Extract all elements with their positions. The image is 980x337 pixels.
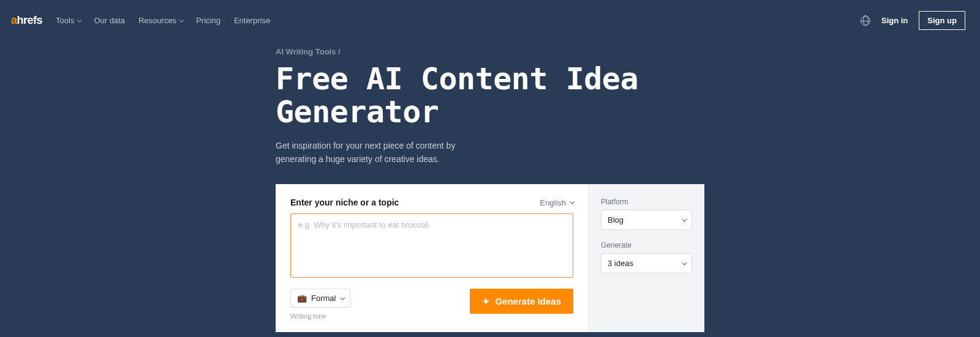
generate-count-select[interactable]: 3 ideas xyxy=(601,253,692,273)
generate-count-value: 3 ideas xyxy=(608,259,633,268)
nav-pricing[interactable]: Pricing xyxy=(196,16,221,25)
actions-row: 💼 Formal Writing tone ✦ Generate Ideas xyxy=(290,289,573,320)
tone-wrap: 💼 Formal Writing tone xyxy=(290,289,350,320)
tone-caption: Writing tone xyxy=(290,313,350,320)
top-nav: ahrefs Tools Our data Resources Pricing … xyxy=(0,0,980,41)
signup-button[interactable]: Sign up xyxy=(919,11,965,30)
chevron-down-icon xyxy=(341,295,345,300)
prompt-header-row: Enter your niche or a topic English xyxy=(290,198,573,207)
page-subtitle: Get inspiration for your next piece of c… xyxy=(276,139,496,166)
logo[interactable]: ahrefs xyxy=(11,14,42,27)
prompt-label: Enter your niche or a topic xyxy=(290,198,399,207)
tone-value: Formal xyxy=(311,294,336,303)
briefcase-icon: 💼 xyxy=(297,294,307,303)
nav-our-data[interactable]: Our data xyxy=(94,16,125,25)
generate-button-label: Generate Ideas xyxy=(495,296,561,306)
nav-item-label: Our data xyxy=(94,16,125,25)
tone-select[interactable]: 💼 Formal xyxy=(290,289,350,308)
chevron-down-icon xyxy=(570,199,575,204)
card-side: Platform Blog Generate 3 ideas xyxy=(588,184,704,332)
page-title: Free AI Content Idea Generator xyxy=(276,62,710,128)
nav-resources[interactable]: Resources xyxy=(138,16,183,25)
chevron-down-icon xyxy=(682,260,687,265)
generate-button[interactable]: ✦ Generate Ideas xyxy=(470,289,573,314)
nav-item-label: Tools xyxy=(56,16,74,25)
chevron-down-icon xyxy=(682,217,687,221)
platform-label: Platform xyxy=(601,198,692,206)
generate-count-label: Generate xyxy=(601,241,692,250)
breadcrumb[interactable]: AI Writing Tools / xyxy=(276,47,710,56)
nav-enterprise[interactable]: Enterprise xyxy=(234,16,270,25)
nav-items: Tools Our data Resources Pricing Enterpr… xyxy=(56,16,270,25)
logo-text: hrefs xyxy=(17,14,43,26)
sparkle-icon: ✦ xyxy=(482,297,490,306)
card-main: Enter your niche or a topic English 💼 Fo… xyxy=(276,184,588,332)
language-select[interactable]: English xyxy=(540,198,573,207)
signin-link[interactable]: Sign in xyxy=(881,16,908,25)
language-value: English xyxy=(540,198,566,207)
chevron-down-icon xyxy=(77,17,82,22)
hero: AI Writing Tools / Free AI Content Idea … xyxy=(276,47,710,332)
nav-item-label: Resources xyxy=(138,16,176,25)
globe-icon[interactable] xyxy=(861,16,870,26)
nav-item-label: Pricing xyxy=(196,16,221,25)
nav-item-label: Enterprise xyxy=(234,16,270,25)
nav-tools[interactable]: Tools xyxy=(56,16,80,25)
platform-select[interactable]: Blog xyxy=(601,210,692,230)
topic-input[interactable] xyxy=(290,213,573,278)
logo-accent: a xyxy=(11,14,17,26)
platform-value: Blog xyxy=(608,215,624,224)
nav-right: Sign in Sign up xyxy=(861,11,965,30)
generator-card: Enter your niche or a topic English 💼 Fo… xyxy=(276,184,704,332)
chevron-down-icon xyxy=(179,17,184,22)
